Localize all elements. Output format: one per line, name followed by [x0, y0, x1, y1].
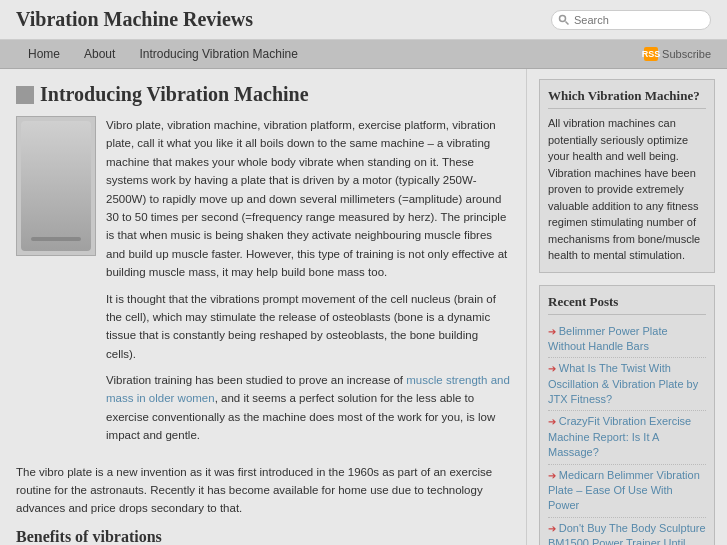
recent-post-link-5[interactable]: Don't Buy The Body Sculpture BM1500 Powe…	[548, 522, 706, 545]
site-title: Vibration Machine Reviews	[16, 8, 253, 31]
recent-posts-title: Recent Posts	[548, 294, 706, 315]
document-icon	[16, 86, 34, 104]
page-title: Introducing Vibration Machine	[16, 83, 510, 106]
recent-posts-box: Recent Posts Belimmer Power Plate Withou…	[539, 285, 715, 546]
navigation-bar: Home About Introducing Vibration Machine…	[0, 40, 727, 69]
main-content: Introducing Vibration Machine Vibro plat…	[0, 69, 727, 545]
nav-home[interactable]: Home	[16, 40, 72, 68]
benefits-title: Benefits of vibrations	[16, 528, 510, 545]
nav-about[interactable]: About	[72, 40, 127, 68]
intro-para3-before: Vibration training has been studied to p…	[106, 374, 406, 386]
list-item: What Is The Twist With Oscillation & Vib…	[548, 358, 706, 411]
svg-point-0	[560, 15, 566, 21]
list-item: Don't Buy The Body Sculpture BM1500 Powe…	[548, 518, 706, 545]
content-area: Introducing Vibration Machine Vibro plat…	[0, 69, 527, 545]
recent-post-link-3[interactable]: CrazyFit Vibration Exercise Machine Repo…	[548, 415, 691, 458]
recent-posts-list: Belimmer Power Plate Without Handle Bars…	[548, 321, 706, 546]
site-header: Vibration Machine Reviews	[0, 0, 727, 40]
rss-icon: RSS	[644, 47, 658, 61]
subscribe-button[interactable]: RSS Subscribe	[644, 47, 711, 61]
intro-paragraph-2: It is thought that the vibrations prompt…	[106, 290, 510, 364]
intro-section: Vibro plate, vibration machine, vibratio…	[16, 116, 510, 453]
recent-post-link-2[interactable]: What Is The Twist With Oscillation & Vib…	[548, 362, 698, 405]
subscribe-label: Subscribe	[662, 48, 711, 60]
recent-post-link-1[interactable]: Belimmer Power Plate Without Handle Bars	[548, 325, 668, 352]
list-item: Medicarn Belimmer Vibration Plate – Ease…	[548, 465, 706, 518]
search-input[interactable]	[574, 14, 704, 26]
intro-paragraph-1: Vibro plate, vibration machine, vibratio…	[106, 116, 510, 282]
intro-paragraph-3: Vibration training has been studied to p…	[106, 371, 510, 445]
which-machine-box: Which Vibration Machine? All vibration m…	[539, 79, 715, 273]
which-machine-text: All vibration machines can potentially s…	[548, 115, 706, 264]
svg-line-1	[566, 21, 569, 24]
recent-post-link-4[interactable]: Medicarn Belimmer Vibration Plate – Ease…	[548, 469, 700, 512]
sidebar: Which Vibration Machine? All vibration m…	[527, 69, 727, 545]
search-box[interactable]	[551, 10, 711, 30]
machine-image-left	[16, 116, 96, 256]
search-icon	[558, 14, 570, 26]
list-item: Belimmer Power Plate Without Handle Bars	[548, 321, 706, 359]
nav-introducing[interactable]: Introducing Vibration Machine	[127, 40, 310, 68]
which-machine-title: Which Vibration Machine?	[548, 88, 706, 109]
intro-paragraph-4: The vibro plate is a new invention as it…	[16, 463, 510, 518]
list-item: CrazyFit Vibration Exercise Machine Repo…	[548, 411, 706, 464]
machine-placeholder-img	[21, 121, 91, 251]
intro-text-block: Vibro plate, vibration machine, vibratio…	[106, 116, 510, 453]
nav-links: Home About Introducing Vibration Machine	[16, 40, 310, 68]
